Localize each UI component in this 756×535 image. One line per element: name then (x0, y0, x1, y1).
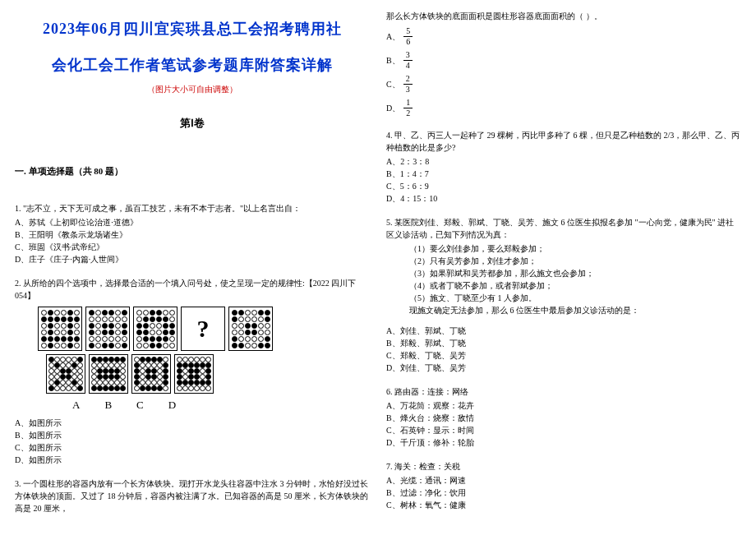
q6-opt-d: D、千斤顶：修补：轮胎 (386, 436, 741, 449)
q3-stem: 3. 一个圆柱形的容器内放有一个长方体铁块。现打开水龙头往容器中注水 3 分钟时… (15, 477, 370, 514)
label-d: D、 (386, 102, 400, 114)
q4-opt-d: D、4：15：10 (386, 192, 741, 205)
section-heading: 一. 单项选择题（共 80 题） (15, 164, 370, 178)
q5-opt-a: A、刘佳、郭斌、丁晓 (386, 325, 741, 337)
q1-opt-c: C、班固《汉书·武帝纪》 (15, 241, 370, 253)
q3-cont: 那么长方体铁块的底面面积是圆柱形容器底面面积的（ ）。 (386, 10, 741, 22)
volume-label: 第Ⅰ卷 (15, 115, 370, 131)
pattern-cell (85, 307, 130, 351)
question-4: 4. 甲、乙、丙三人一起种了 29 棵树，丙比甲多种了 6 棵，但只是乙种植数的… (386, 129, 741, 205)
question-3-part1: 3. 一个圆柱形的容器内放有一个长方体铁块。现打开水龙头往容器中注水 3 分钟时… (15, 477, 370, 514)
q2-figure: ? A B C D (38, 307, 370, 413)
q6-stem: 6. 路由器：连接：网络 (386, 385, 741, 398)
option-cell-b (89, 354, 128, 394)
q4-opt-b: B、1：4：7 (386, 168, 741, 180)
q5-cond5: （5）施文、丁晓至少有 1 人参加。 (386, 292, 741, 304)
q5-stem2: 现施文确定无法参加，那么 6 位医生中最后参加义诊活动的是： (386, 304, 741, 316)
q1-opt-d: D、庄子《庄子·内篇·人世间》 (15, 253, 370, 265)
q5-opt-b: B、郑毅、郭斌、丁晓 (386, 337, 741, 349)
label-b: B (104, 397, 112, 413)
question-2: 2. 从所给的四个选项中，选择最合适的一个填入问号处，使之呈现一定的规律性:【2… (15, 277, 370, 466)
pattern-cell (133, 307, 177, 351)
q3-opt-a: A、 56 (386, 27, 741, 46)
q2-opt-c: C、如图所示 (15, 441, 370, 454)
q5-opt-c: C、郑毅、丁晓、吴芳 (386, 349, 741, 362)
option-cell-d (174, 354, 214, 394)
q1-opt-a: A、苏轼《上初即位论治道·道德》 (15, 216, 370, 228)
q5-cond1: （1）要么刘佳参加，要么郑毅参加； (386, 242, 741, 255)
doc-title-line1: 2023年06月四川宜宾珙县总工会招考聘用社 (15, 13, 370, 46)
q1-opt-b: B、王阳明《教条示龙场诸生》 (15, 228, 370, 241)
question-7: 7. 海关：检查：关税 A、光缆：通讯：网速 B、过滤：净化：饮用 C、树林：氧… (386, 460, 741, 511)
q7-stem: 7. 海关：检查：关税 (386, 460, 741, 473)
q4-stem: 4. 甲、乙、丙三人一起种了 29 棵树，丙比甲多种了 6 棵，但只是乙种植数的… (386, 129, 741, 154)
label-d: D (168, 397, 176, 413)
q2-opt-b: B、如图所示 (15, 429, 370, 441)
option-labels: A B C D (72, 397, 370, 413)
question-mark-cell: ? (181, 307, 225, 351)
pattern-cell (228, 307, 273, 351)
q6-opt-b: B、烽火台：烧察：敌情 (386, 412, 741, 424)
q6-opt-a: A、万花筒：观察：花卉 (386, 399, 741, 412)
q5-cond3: （3）如果郭斌和吴芳都参加，那么施文也会参加； (386, 267, 741, 279)
label-b: B、 (386, 54, 400, 67)
pattern-cell (38, 307, 82, 351)
q6-opt-c: C、石英钟：显示：时间 (386, 424, 741, 436)
q4-opt-c: C、5：6：9 (386, 180, 741, 192)
q1-stem: 1. "志不立，天下无可成之事，虽百工技艺，未有不本于志者。"以上名言出自： (15, 202, 370, 214)
label-c: C (136, 397, 144, 413)
question-1: 1. "志不立，天下无可成之事，虽百工技艺，未有不本于志者。"以上名言出自： A… (15, 202, 370, 265)
fraction-icon: 12 (403, 99, 413, 118)
q2-opt-a: A、如图所示 (15, 417, 370, 429)
q7-opt-b: B、过滤：净化：饮用 (386, 487, 741, 499)
fraction-icon: 23 (403, 75, 413, 94)
doc-title-line2: 会化工会工作者笔试参考题库附答案详解 (15, 49, 370, 82)
q7-opt-c: C、树林：氧气：健康 (386, 499, 741, 511)
doc-subtitle: （图片大小可自由调整） (15, 83, 370, 95)
label-a: A (72, 397, 80, 413)
option-cell-c (131, 354, 171, 394)
q2-stem: 2. 从所给的四个选项中，选择最合适的一个填入问号处，使之呈现一定的规律性:【2… (15, 277, 370, 302)
label-c: C、 (386, 78, 400, 90)
question-6: 6. 路由器：连接：网络 A、万花筒：观察：花卉 B、烽火台：烧察：敌情 C、石… (386, 385, 741, 449)
q7-opt-a: A、光缆：通讯：网速 (386, 474, 741, 487)
q3-opt-b: B、 34 (386, 51, 741, 70)
q3-opt-c: C、 23 (386, 75, 741, 94)
q2-opt-d: D、如图所示 (15, 454, 370, 466)
option-cell-a (46, 354, 85, 394)
q3-opt-d: D、 12 (386, 99, 741, 118)
label-a: A、 (386, 30, 400, 43)
fraction-icon: 34 (403, 51, 413, 70)
q5-cond2: （2）只有吴芳参加，刘佳才参加； (386, 255, 741, 267)
question-5: 5. 某医院刘佳、郑毅、郭斌、丁晓、吴芳、施文 6 位医生拟报名参加 "一心向党… (386, 216, 741, 374)
q5-stem1: 5. 某医院刘佳、郑毅、郭斌、丁晓、吴芳、施文 6 位医生拟报名参加 "一心向党… (386, 216, 741, 241)
q4-opt-a: A、2：3：8 (386, 155, 741, 168)
q5-opt-d: D、刘佳、丁晓、吴芳 (386, 362, 741, 374)
fraction-icon: 56 (403, 27, 413, 46)
q5-cond4: （4）或者丁晓不参加，或者郭斌参加； (386, 279, 741, 292)
